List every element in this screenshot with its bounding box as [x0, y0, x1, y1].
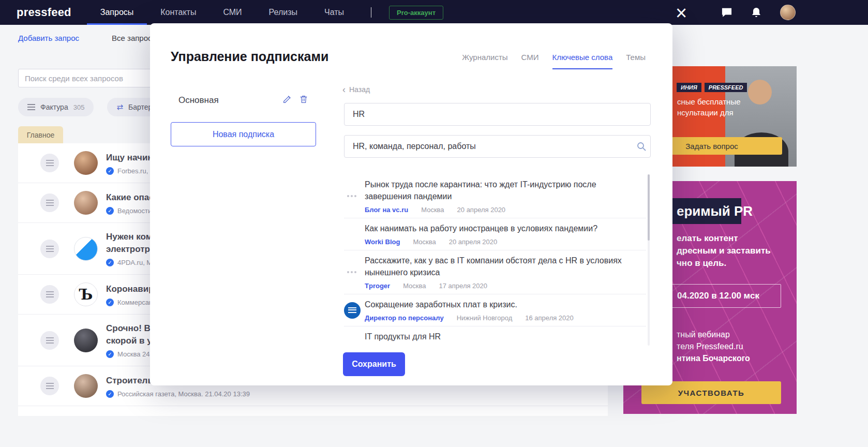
result-date: 17 апреля 2020: [439, 282, 488, 290]
back-link[interactable]: ‹ Назад: [342, 85, 370, 94]
result-date: 20 апреля 2020: [457, 206, 506, 214]
scrollbar-thumb[interactable]: [648, 174, 650, 241]
result-source-avatar: [344, 302, 361, 319]
save-button[interactable]: Сохранить: [343, 352, 405, 376]
request-meta: Российская газета, Москва. 21.04.20 13:3…: [117, 390, 250, 398]
result-source-link[interactable]: Блог на vc.ru: [365, 206, 408, 214]
verified-icon: ✓: [106, 299, 114, 306]
tab-journalists[interactable]: Журналисты: [462, 53, 507, 69]
edit-icon[interactable]: [282, 95, 292, 106]
main-nav: Запросы Контакты СМИ Релизы Чаты: [87, 0, 357, 25]
swap-icon: ⇄: [116, 102, 123, 112]
scrollbar-track[interactable]: [648, 174, 650, 346]
bell-icon[interactable]: [751, 7, 761, 18]
result-source-link[interactable]: Tproger: [365, 282, 390, 290]
hamburger-icon: [46, 246, 54, 252]
result-title: IT продукты для HR: [365, 331, 638, 342]
chat-icon[interactable]: [721, 7, 732, 18]
subscription-name-input[interactable]: [344, 103, 651, 126]
tab-smi[interactable]: СМИ: [521, 53, 539, 69]
nav-item-releases[interactable]: Релизы: [256, 0, 311, 25]
hamburger-icon: [46, 200, 54, 206]
nav-actions: [721, 0, 796, 25]
subscriptions-modal: Управление подписками Журналисты СМИ Клю…: [150, 23, 672, 385]
result-date: 20 апреля 2020: [449, 238, 498, 246]
request-avatar: Ъ: [74, 282, 98, 306]
result-source-link[interactable]: Worki Blog: [365, 238, 400, 246]
drag-handle-icon[interactable]: [40, 377, 59, 395]
pressfeed-logo[interactable]: pressfeed: [17, 6, 71, 19]
request-meta: Коммерсан: [117, 299, 153, 306]
tab-topics[interactable]: Темы: [626, 53, 646, 69]
result-city: Москва: [421, 206, 444, 214]
result-title: Как нанимать на работу иностранцев в усл…: [365, 222, 638, 234]
nav-item-smi[interactable]: СМИ: [209, 0, 255, 25]
result-title: Рынок труда после карантина: что ждет IT…: [365, 178, 638, 202]
modal-title: Управление подписками: [171, 49, 328, 64]
nav-item-contacts[interactable]: Контакты: [147, 0, 209, 25]
dots-menu-icon[interactable]: [347, 271, 349, 273]
hamburger-icon: [46, 160, 54, 166]
search-icon[interactable]: [636, 141, 647, 154]
verified-icon: ✓: [106, 167, 114, 175]
request-title: Нужен комэлектротра: [106, 231, 156, 256]
trash-icon[interactable]: [299, 95, 308, 106]
result-date: 16 апреля 2020: [525, 314, 574, 322]
dots-menu-icon[interactable]: [347, 195, 349, 197]
drag-handle-icon[interactable]: [40, 285, 59, 304]
drag-handle-icon[interactable]: [40, 331, 59, 350]
ad-text: сные бесплатные нсультации для: [677, 96, 741, 118]
request-avatar: [74, 374, 98, 398]
result-city: Москва: [403, 282, 426, 290]
keywords-input[interactable]: [344, 135, 651, 158]
chip-count: 305: [73, 103, 85, 111]
filter-chips: Фактура 305 ⇄ Бартер 2: [18, 98, 171, 116]
ad-webinar-speaker: тный вебинар теля Pressfeed.ru нтина Боч…: [677, 329, 750, 364]
subscription-name: Основная: [178, 95, 219, 106]
result-source-link[interactable]: Директор по персоналу: [365, 314, 444, 322]
new-subscription-button[interactable]: Новая подписка: [171, 122, 316, 146]
verified-icon: ✓: [106, 390, 114, 398]
result-title: Расскажите, как у вас в IT компании обст…: [365, 255, 638, 278]
hamburger-icon: [46, 337, 54, 344]
request-avatar: [74, 329, 98, 352]
nav-item-chats[interactable]: Чаты: [311, 0, 357, 25]
pro-account-badge[interactable]: Pro-аккаунт: [389, 6, 443, 20]
drag-handle-icon[interactable]: [40, 193, 59, 212]
request-avatar: [74, 237, 98, 261]
result-row[interactable]: Рынок труда после карантина: что ждет IT…: [344, 174, 646, 218]
tab-keywords[interactable]: Ключевые слова: [552, 53, 613, 69]
ad-brand-badge: PRESSFEED: [705, 83, 747, 92]
result-row[interactable]: Расскажите, как у вас в IT компании обст…: [344, 250, 646, 294]
verified-icon: ✓: [106, 259, 114, 266]
sliders-icon: [27, 104, 35, 110]
ad-webinar-text: елать контент дресным и заставить чно в …: [677, 232, 771, 270]
hamburger-icon: [46, 291, 54, 297]
drag-handle-icon[interactable]: [40, 154, 59, 172]
result-city: Москва: [413, 238, 436, 246]
result-title: Сокращение заработных плат в кризис.: [365, 299, 638, 310]
request-avatar: [74, 151, 98, 175]
top-nav: pressfeed Запросы Контакты СМИ Релизы Ча…: [0, 0, 868, 25]
user-avatar[interactable]: [780, 5, 796, 20]
tab-glavnoe[interactable]: Главное: [18, 126, 63, 143]
result-row[interactable]: Сокращение заработных плат в кризис. Дир…: [344, 294, 646, 326]
nav-item-requests[interactable]: Запросы: [87, 0, 147, 25]
verified-icon: ✓: [106, 207, 114, 215]
verified-icon: ✓: [106, 350, 114, 358]
ad-badge: ИНИЯ: [677, 83, 701, 92]
add-request-link[interactable]: Добавить запрос: [18, 34, 79, 42]
close-icon[interactable]: ×: [676, 2, 687, 24]
modal-tabs: Журналисты СМИ Ключевые слова Темы: [462, 53, 646, 69]
request-avatar: [74, 191, 98, 215]
chip-label: Фактура: [40, 103, 68, 111]
result-city: Нижний Новгород: [457, 314, 513, 322]
chip-faktura[interactable]: Фактура 305: [18, 98, 94, 116]
results-list: Рынок труда после карантина: что ждет IT…: [344, 174, 646, 346]
chevron-left-icon: ‹: [342, 85, 346, 94]
chip-label: Бартер: [128, 103, 152, 111]
back-label: Назад: [349, 85, 370, 94]
drag-handle-icon[interactable]: [40, 240, 59, 258]
result-row[interactable]: IT продукты для HR: [344, 326, 646, 346]
result-row[interactable]: Как нанимать на работу иностранцев в усл…: [344, 218, 646, 250]
